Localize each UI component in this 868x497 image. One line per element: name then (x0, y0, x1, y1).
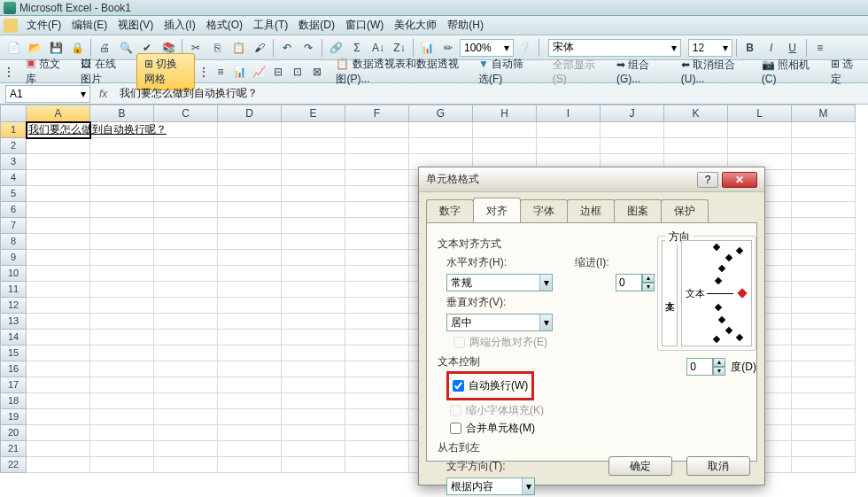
cell[interactable] (90, 393, 154, 409)
cell[interactable] (345, 202, 409, 218)
cell[interactable] (345, 218, 409, 234)
column-header[interactable]: J (601, 105, 664, 122)
cell[interactable] (218, 393, 282, 409)
cell[interactable] (27, 314, 90, 330)
cell[interactable] (282, 122, 345, 138)
cell[interactable] (154, 234, 218, 250)
cell[interactable] (218, 346, 282, 361)
cell[interactable] (282, 266, 345, 282)
degree-input[interactable] (686, 358, 713, 376)
cell[interactable] (90, 425, 154, 441)
cell[interactable] (345, 361, 409, 377)
row-header[interactable]: 22 (0, 457, 27, 473)
cell[interactable] (27, 138, 90, 154)
cell[interactable] (218, 330, 282, 346)
cell[interactable] (282, 234, 345, 250)
cell[interactable] (154, 361, 218, 377)
auto-filter-button[interactable]: ▼ 自动筛选(F) (470, 53, 541, 90)
cell[interactable] (282, 393, 345, 409)
cell[interactable] (27, 298, 90, 314)
cell[interactable] (792, 330, 856, 346)
cell[interactable] (154, 346, 218, 361)
cell[interactable] (154, 393, 218, 409)
pivot-button[interactable]: 📋 数据透视表和数据透视图(P)... (328, 53, 467, 90)
cell[interactable] (792, 250, 856, 266)
row-header[interactable]: 9 (0, 250, 27, 266)
column-header[interactable]: G (409, 105, 473, 122)
cell[interactable] (282, 457, 345, 473)
cell[interactable] (345, 298, 409, 314)
cell[interactable] (792, 377, 856, 393)
cell[interactable] (90, 409, 154, 425)
group-button[interactable]: ➡ 组合(G)... (608, 54, 670, 89)
spin-up-icon[interactable]: ▴ (642, 274, 655, 283)
cell[interactable] (27, 409, 90, 425)
cell[interactable] (345, 330, 409, 346)
cell[interactable] (282, 425, 345, 441)
menu-help[interactable]: 帮助(H) (446, 16, 485, 35)
cell[interactable] (282, 202, 345, 218)
spin-down-icon[interactable]: ▾ (642, 283, 655, 291)
cell[interactable] (282, 298, 345, 314)
cell[interactable] (27, 186, 90, 202)
cell[interactable] (154, 282, 218, 298)
tab-protect[interactable]: 保护 (661, 199, 709, 222)
row-header[interactable]: 19 (0, 409, 27, 425)
tab-border[interactable]: 边框 (567, 199, 615, 222)
cell[interactable] (282, 330, 345, 346)
cell[interactable] (27, 425, 90, 441)
cell[interactable] (345, 409, 409, 425)
cell[interactable] (27, 266, 90, 282)
cell[interactable] (218, 409, 282, 425)
cell[interactable] (218, 234, 282, 250)
cell[interactable] (90, 186, 154, 202)
cell[interactable] (27, 441, 90, 457)
cell[interactable] (154, 202, 218, 218)
cell[interactable] (282, 250, 345, 266)
row-header[interactable]: 7 (0, 218, 27, 234)
cell[interactable] (218, 457, 282, 473)
cell[interactable] (345, 234, 409, 250)
cell[interactable] (90, 234, 154, 250)
cell[interactable] (90, 266, 154, 282)
tool-icon-5[interactable]: ⊡ (290, 62, 306, 82)
cell[interactable] (601, 122, 664, 138)
degree-spin[interactable]: ▴▾ (686, 358, 725, 376)
cell[interactable] (345, 154, 409, 170)
cell[interactable] (90, 138, 154, 154)
cell[interactable] (345, 186, 409, 202)
cell[interactable] (154, 218, 218, 234)
column-header[interactable]: L (728, 105, 792, 122)
cell[interactable] (345, 393, 409, 409)
cell[interactable] (27, 361, 90, 377)
row-header[interactable]: 8 (0, 234, 27, 250)
cell[interactable] (90, 282, 154, 298)
cell[interactable] (345, 282, 409, 298)
cell[interactable] (792, 202, 856, 218)
formula-text[interactable]: 我们要怎么做到自动换行呢？ (116, 86, 868, 101)
cell[interactable] (792, 314, 856, 330)
cell[interactable]: 我们要怎么做到自动换行呢？ (27, 122, 90, 138)
cell[interactable] (154, 138, 218, 154)
cell[interactable] (27, 154, 90, 170)
cell[interactable] (282, 377, 345, 393)
cell[interactable] (90, 314, 154, 330)
select-button[interactable]: ⊞ 选定 (823, 53, 864, 90)
cell[interactable] (282, 441, 345, 457)
cell[interactable] (218, 170, 282, 186)
cell[interactable] (792, 218, 856, 234)
cell[interactable] (154, 298, 218, 314)
row-header[interactable]: 1 (0, 122, 27, 138)
cell[interactable] (345, 170, 409, 186)
cell[interactable] (792, 234, 856, 250)
spin-up-icon[interactable]: ▴ (713, 358, 725, 367)
cell[interactable] (537, 138, 601, 154)
cell[interactable] (218, 266, 282, 282)
spin-down-icon[interactable]: ▾ (713, 367, 725, 376)
tool-icon-2[interactable]: 📊 (232, 62, 248, 82)
cell[interactable] (154, 250, 218, 266)
cell[interactable] (218, 154, 282, 170)
cell[interactable] (27, 282, 90, 298)
tab-pattern[interactable]: 图案 (614, 199, 662, 222)
cell[interactable] (792, 298, 856, 314)
